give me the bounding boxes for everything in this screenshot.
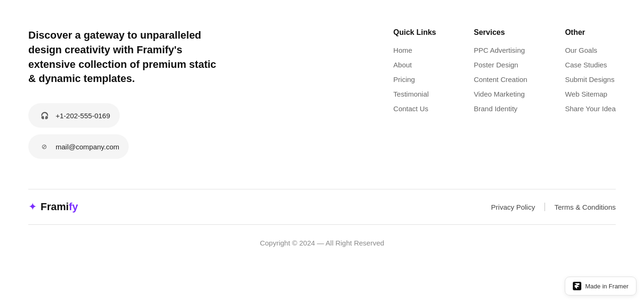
copyright-bar: Copyright © 2024 — All Right Reserved [0,225,644,261]
email-icon: ⊘ [38,140,51,153]
footer-bottom: ✦ Framify Privacy Policy Terms & Conditi… [0,189,644,224]
copyright-text: Copyright © 2024 — All Right Reserved [260,239,384,247]
made-in-framer-badge[interactable]: Made in Framer [565,277,636,295]
logo: ✦ Framify [28,201,78,213]
phone-button[interactable]: 🎧 +1-202-555-0169 [28,103,120,128]
footer-left: Discover a gateway to unparalleled desig… [28,28,226,165]
nav-link-sitemap[interactable]: Web Sitemap [565,90,616,98]
footer-tagline: Discover a gateway to unparalleled desig… [28,28,226,86]
services-column: Services PPC Advertising Poster Design C… [474,28,527,119]
quick-links-title: Quick Links [393,28,436,37]
nav-link-testimonial[interactable]: Testimonial [393,90,436,98]
nav-link-poster[interactable]: Poster Design [474,61,527,69]
nav-link-content[interactable]: Content Creation [474,75,527,83]
nav-link-idea[interactable]: Share Your Idea [565,105,616,113]
logo-star-icon: ✦ [28,201,37,213]
framer-icon [573,282,581,290]
email-button[interactable]: ⊘ mail@company.com [28,134,129,159]
privacy-policy-link[interactable]: Privacy Policy [491,203,535,211]
nav-link-submit[interactable]: Submit Designs [565,75,616,83]
made-in-framer-label: Made in Framer [585,283,628,290]
nav-link-contact[interactable]: Contact Us [393,105,436,113]
nav-link-ppc[interactable]: PPC Advertising [474,46,527,54]
nav-link-goals[interactable]: Our Goals [565,46,616,54]
nav-link-brand[interactable]: Brand Identity [474,105,527,113]
email-address: mail@company.com [56,143,119,151]
quick-links-column: Quick Links Home About Pricing Testimoni… [393,28,436,119]
vertical-divider [545,203,545,211]
nav-link-video[interactable]: Video Marketing [474,90,527,98]
nav-link-pricing[interactable]: Pricing [393,75,436,83]
footer-legal-links: Privacy Policy Terms & Conditions [491,203,616,211]
phone-number: +1-202-555-0169 [56,112,110,120]
services-title: Services [474,28,527,37]
other-column: Other Our Goals Case Studies Submit Desi… [565,28,616,119]
nav-link-home[interactable]: Home [393,46,436,54]
headphone-icon: 🎧 [38,109,51,122]
logo-text: Framify [41,201,78,213]
nav-link-case-studies[interactable]: Case Studies [565,61,616,69]
footer-nav: Quick Links Home About Pricing Testimoni… [393,28,616,119]
terms-conditions-link[interactable]: Terms & Conditions [554,203,616,211]
other-title: Other [565,28,616,37]
footer-top: Discover a gateway to unparalleled desig… [28,28,616,189]
logo-suffix: fy [69,201,78,213]
nav-link-about[interactable]: About [393,61,436,69]
